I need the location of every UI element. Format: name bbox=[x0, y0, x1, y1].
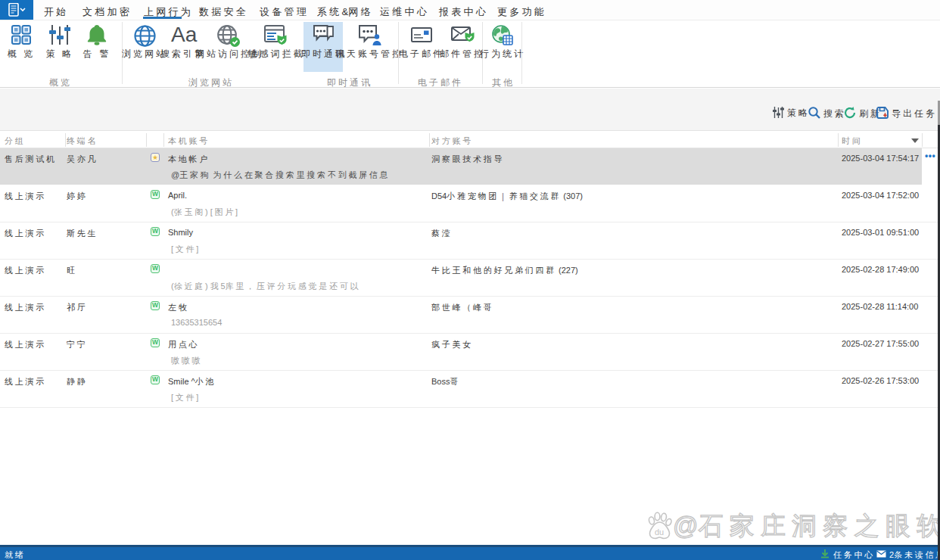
svg-text:du: du bbox=[655, 527, 664, 537]
